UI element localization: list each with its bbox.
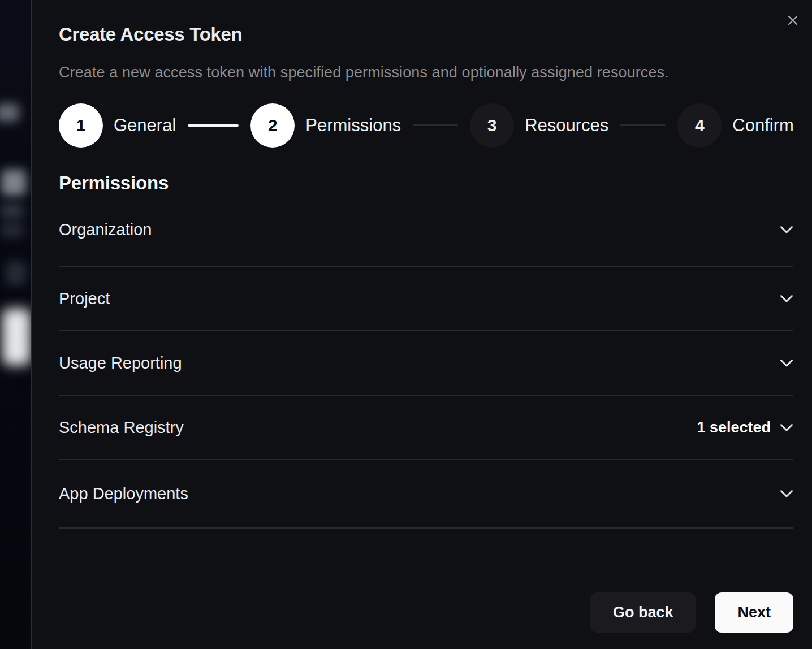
permissions-accordion: Organization Project Usage Reporting [59, 194, 793, 529]
accordion-label: Organization [59, 220, 152, 239]
accordion-label: Schema Registry [59, 418, 184, 437]
accordion-label: App Deployments [59, 484, 188, 503]
blurred-sidebar-item [0, 103, 19, 122]
blurred-sidebar-item [0, 223, 24, 237]
chevron-down-icon[interactable] [780, 490, 793, 498]
step-connector [188, 124, 239, 127]
step-connector [413, 124, 458, 126]
chevron-down-icon[interactable] [780, 359, 793, 367]
selected-count: 1 selected [697, 419, 771, 436]
go-back-button[interactable]: Go back [590, 592, 696, 633]
wizard-stepper: 1 General 2 Permissions 3 Resources 4 Co… [59, 103, 793, 148]
step-resources[interactable]: 3 Resources [470, 103, 608, 148]
chevron-down-icon[interactable] [780, 423, 793, 432]
accordion-row-usage-reporting[interactable]: Usage Reporting [59, 331, 793, 396]
permissions-heading: Permissions [59, 172, 793, 194]
next-button[interactable]: Next [715, 592, 793, 633]
blurred-sidebar-item [0, 204, 24, 218]
step-confirm[interactable]: 4 Confirm [677, 103, 794, 148]
accordion-row-app-deployments[interactable]: App Deployments [59, 460, 793, 529]
step-number: 3 [470, 103, 514, 148]
step-general[interactable]: 1 General [59, 103, 176, 148]
create-access-token-modal: Create Access Token Create a new access … [31, 0, 812, 649]
step-label: Permissions [305, 115, 401, 136]
modal-subtitle: Create a new access token with specified… [59, 64, 793, 81]
step-label: Resources [525, 115, 608, 136]
accordion-label: Usage Reporting [59, 354, 182, 373]
accordion-row-schema-registry[interactable]: Schema Registry 1 selected [59, 396, 793, 460]
blurred-sidebar-item [2, 309, 31, 365]
chevron-down-icon[interactable] [780, 295, 793, 303]
accordion-row-organization[interactable]: Organization [59, 194, 793, 267]
step-label: General [114, 115, 176, 136]
step-number: 1 [59, 103, 103, 148]
step-connector [620, 124, 666, 126]
accordion-label: Project [59, 289, 110, 308]
step-label: Confirm [732, 115, 794, 136]
blurred-sidebar-item [1, 170, 26, 196]
modal-title: Create Access Token [59, 24, 793, 45]
step-number: 4 [677, 103, 722, 148]
step-permissions[interactable]: 2 Permissions [250, 103, 401, 148]
step-number: 2 [250, 103, 295, 148]
chevron-down-icon[interactable] [780, 226, 793, 234]
accordion-row-project[interactable]: Project [59, 267, 793, 331]
background-page [0, 0, 32, 649]
modal-footer: Go back Next [590, 592, 793, 633]
close-icon[interactable] [785, 12, 801, 28]
blurred-sidebar-item [6, 261, 26, 285]
